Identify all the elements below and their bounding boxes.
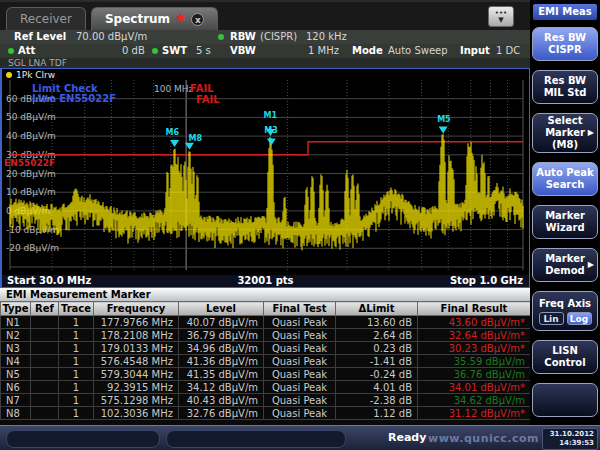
- ready-status: Ready: [388, 431, 426, 444]
- cell-final-test: Quasi Peak: [264, 381, 336, 394]
- softkey-label: Marker: [545, 127, 585, 139]
- svg-text:M3: M3: [264, 126, 278, 135]
- cell-level: 34.12 dBµV/m: [179, 381, 264, 394]
- frequency-axis-bar: Start 30.0 MHz 32001 pts Stop 1.0 GHz: [2, 275, 529, 287]
- column-header: Final Result: [418, 302, 531, 316]
- softkey-menu-title: EMI Meas: [533, 4, 597, 20]
- softkey-label: CISPR: [548, 44, 581, 56]
- time-display: 14:39:53: [546, 439, 594, 448]
- cell-level: 41.35 dBµV/m: [179, 368, 264, 381]
- table-row: N11177.9766 MHz40.07 dBµV/mQuasi Peak13.…: [1, 316, 531, 329]
- submenu-arrow-icon: ▶: [588, 259, 594, 271]
- cell-final-result: 35.59 dBµV/m: [418, 355, 531, 368]
- watermark: www.qunicc.com: [428, 432, 539, 445]
- svg-text:M6: M6: [166, 128, 180, 137]
- softkey-auto-peak-search[interactable]: Auto PeakSearch: [532, 162, 598, 196]
- instrument-screen: Receiver Spectrum ✱ x ••• ▼ Ref Level 70…: [0, 0, 600, 450]
- trace-label: 1Pk Clrw: [16, 70, 55, 80]
- softkey-freq-axis[interactable]: Freq AxisLinLog: [532, 291, 598, 331]
- cell-frequency: 576.4548 MHz: [94, 355, 179, 368]
- cell-final-result: 34.62 dBµV/m: [418, 394, 531, 407]
- cell-type: N3: [1, 342, 31, 355]
- softkey-lisn-control[interactable]: LISNControl: [532, 340, 598, 374]
- tab-bar: Receiver Spectrum ✱ x ••• ▼: [0, 0, 530, 30]
- svg-text:40 dBµV/m: 40 dBµV/m: [6, 131, 56, 141]
- softkey-marker-demod[interactable]: MarkerDemod▶: [532, 248, 598, 282]
- column-header: Final Test: [264, 302, 336, 316]
- cell-frequency: 179.0133 MHz: [94, 342, 179, 355]
- cell-type: N2: [1, 329, 31, 342]
- rbw-qualifier: (CISPR): [260, 31, 297, 42]
- cell-trace: 1: [59, 407, 94, 420]
- status-bar: Ready www.qunicc.com 31.10.2012 14:39:53: [0, 425, 600, 450]
- softkey-label: Wizard: [545, 222, 584, 234]
- svg-text:100 MHz: 100 MHz: [154, 84, 194, 94]
- softkey-label: Search: [546, 179, 585, 191]
- vbw-label: VBW: [230, 45, 256, 56]
- column-header: Ref: [31, 302, 59, 316]
- svg-text:20 dBµV/m: 20 dBµV/m: [6, 169, 56, 179]
- tab-spectrum[interactable]: Spectrum ✱ x: [91, 7, 218, 30]
- softkey-res-bw-cispr[interactable]: Res BWCISPR: [532, 27, 598, 61]
- trace-info-bar: 1Pk Clrw: [2, 69, 529, 80]
- table-row: N21178.2108 MHz36.79 dBµV/mQuasi Peak2.6…: [1, 329, 531, 342]
- svg-text:-20 dBµV/m: -20 dBµV/m: [6, 243, 59, 253]
- start-frequency: Start 30.0 MHz: [7, 275, 91, 287]
- tab-receiver[interactable]: Receiver: [6, 7, 86, 30]
- chevron-down-icon: ▼: [489, 17, 513, 24]
- cell-level: 34.96 dBµV/m: [179, 342, 264, 355]
- freq-axis-lin-toggle[interactable]: Lin: [539, 312, 564, 325]
- column-header: Trace: [59, 302, 94, 316]
- freq-axis-log-toggle[interactable]: Log: [567, 312, 592, 325]
- softkey-label: Marker: [545, 253, 585, 265]
- statusbar-button-2[interactable]: [166, 430, 346, 448]
- cell-type: N1: [1, 316, 31, 329]
- svg-text:10 dBµV/m: 10 dBµV/m: [6, 187, 56, 197]
- softkey-blank[interactable]: [532, 383, 598, 417]
- column-header: Frequency: [94, 302, 179, 316]
- marker-table-body: N11177.9766 MHz40.07 dBµV/mQuasi Peak13.…: [1, 316, 531, 420]
- table-title: EMI Measurement Marker: [0, 288, 530, 301]
- svg-text:50 dBµV/m: 50 dBµV/m: [6, 112, 56, 122]
- cell-final-test: Quasi Peak: [264, 407, 336, 420]
- softkey-label: Demod: [545, 265, 585, 277]
- softkey-label: Marker: [545, 210, 585, 222]
- cell-ref: [31, 342, 59, 355]
- spectrum-chart: 60 dBµV/m50 dBµV/m40 dBµV/m30 dBµV/m20 d…: [2, 80, 529, 275]
- close-tab-icon[interactable]: x: [191, 13, 204, 26]
- input-value: 1 DC: [496, 45, 520, 56]
- cell-final-result: 32.64 dBµV/m*: [418, 329, 531, 342]
- cell-trace: 1: [59, 316, 94, 329]
- column-header: Level: [179, 302, 264, 316]
- cell-delta-limit: -0.24 dB: [336, 368, 418, 381]
- tab-overflow-button[interactable]: ••• ▼: [488, 6, 514, 27]
- tab-receiver-label: Receiver: [20, 12, 72, 26]
- cell-ref: [31, 368, 59, 381]
- svg-text:FAIL: FAIL: [190, 83, 214, 94]
- statusbar-button-1[interactable]: [6, 430, 160, 448]
- cell-delta-limit: 13.60 dB: [336, 316, 418, 329]
- vbw-value: 1 MHz: [308, 45, 339, 56]
- modified-star-icon: ✱: [176, 14, 185, 24]
- svg-text:-10 dBµV/m: -10 dBµV/m: [6, 225, 59, 235]
- marker-table-header-row: TypeRefTraceFrequencyLevelFinal TestΔLim…: [1, 302, 531, 316]
- cell-final-test: Quasi Peak: [264, 342, 336, 355]
- att-label: Att: [18, 45, 35, 56]
- cell-final-result: 43.60 dBµV/m*: [418, 316, 531, 329]
- settings-row-1: Ref Level 70.00 dBµV/m RBW (CISPR) 120 k…: [0, 30, 530, 44]
- cell-delta-limit: -2.38 dB: [336, 394, 418, 407]
- softkey-select-marker[interactable]: SelectMarker(M8)▶: [532, 113, 598, 153]
- cell-type: N8: [1, 407, 31, 420]
- softkey-label: (M8): [552, 139, 578, 151]
- cell-level: 32.76 dBµV/m: [179, 407, 264, 420]
- softkey-marker-wizard[interactable]: MarkerWizard: [532, 205, 598, 239]
- svg-text:FAIL: FAIL: [196, 94, 220, 105]
- softkey-label: Freq Axis: [539, 298, 591, 310]
- submenu-arrow-icon: ▶: [588, 127, 594, 139]
- cell-ref: [31, 355, 59, 368]
- cell-frequency: 102.3036 MHz: [94, 407, 179, 420]
- date-display: 31.10.2012: [546, 430, 594, 439]
- cell-final-test: Quasi Peak: [264, 329, 336, 342]
- softkey-res-bw-mil-std[interactable]: Res BWMIL Std: [532, 70, 598, 104]
- stop-frequency: Stop 1.0 GHz: [450, 275, 523, 287]
